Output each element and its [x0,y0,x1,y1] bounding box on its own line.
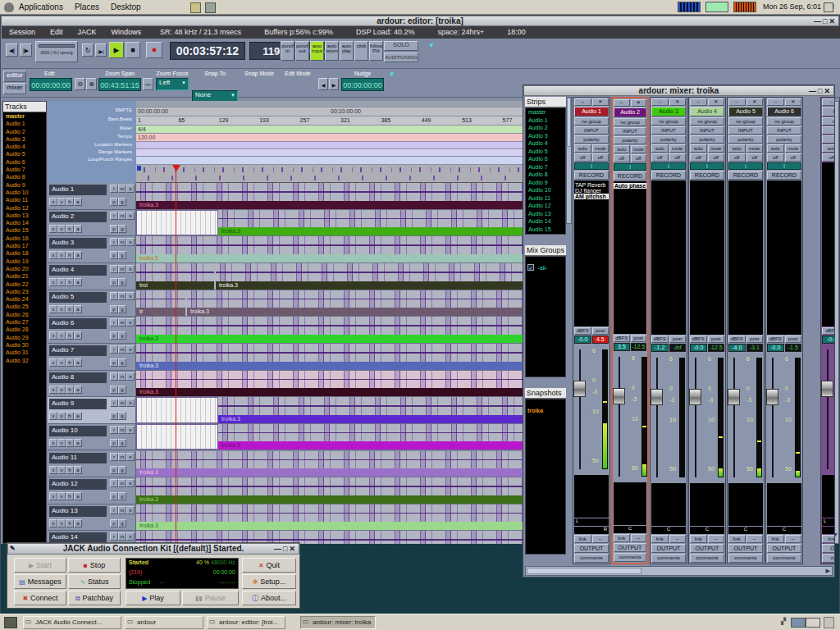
strip-mute-button[interactable]: mute [631,145,647,153]
tracks-list-item[interactable]: Audio 27 [3,318,46,326]
track-name-button[interactable]: Audio 9 [49,399,107,409]
track-name-button[interactable]: Audio 3 [49,238,107,249]
pan-slider[interactable]: R [574,527,609,534]
taskbar-item[interactable]: ardour: mixer: troika [300,616,376,629]
tracks-list-item[interactable]: Audio 9 [3,181,46,189]
audio-region[interactable]: tr [136,290,185,317]
strip-output-button[interactable]: OUTPUT [614,543,646,552]
track-a-button[interactable]: a [74,519,82,527]
strip-name-button[interactable]: master [822,107,834,116]
zoom-in-button[interactable]: ⊕ [86,78,97,90]
track-h-button[interactable]: h [66,278,74,286]
track-m-button[interactable]: m [118,292,126,300]
strip-name-button[interactable]: Audio 3 [651,107,686,116]
strips-list-item[interactable]: Audio 7 [526,163,565,171]
track-header-audio-3[interactable]: Audio 3rmsxvhapg [48,236,136,263]
track-s-button[interactable]: s [126,345,135,354]
track-p-button[interactable]: p [110,331,118,340]
strip-width-button[interactable]: ↔ [728,98,746,106]
track-s-button[interactable]: s [126,185,135,193]
strip-name-button[interactable]: Audio 2 [614,107,646,117]
strip-record-button[interactable]: RECORD [767,171,801,180]
pan-link-button[interactable]: link [651,535,669,543]
toggle-click[interactable]: click [354,41,368,61]
toggle-follow-PH[interactable]: follow PH [369,41,383,61]
track-m-button[interactable]: m [118,212,126,220]
playhead-marker[interactable] [172,165,180,171]
memory-monitor-applet[interactable] [705,2,728,12]
tracks-list-item[interactable]: Audio 24 [3,295,46,303]
window-controls[interactable]: —□✕ [814,17,837,25]
track-a-button[interactable]: a [74,439,82,447]
track-s-button[interactable]: s [126,265,135,273]
strip-post-off-button[interactable]: off [785,153,802,162]
strip-name-button[interactable]: Audio 1 [574,107,609,116]
processor-item[interactable]: Auto phase [614,183,646,189]
track-v-button[interactable]: v [57,412,66,420]
mixer-titlebar[interactable]: ardour: mixer: troika —□✕ [523,85,834,96]
track-h-button[interactable]: h [66,225,74,233]
strip-comments-button[interactable]: comments [574,554,609,563]
processor-box[interactable]: Auto phase [614,181,646,334]
tracks-list-item[interactable]: Audio 11 [3,196,46,203]
strip-name-button[interactable]: Audio 6 [767,107,801,116]
strip-record-button[interactable]: RECORD [574,171,609,180]
track-v-button[interactable]: v [57,358,66,367]
gain-display[interactable]: 3.5 [614,343,630,351]
gain-automation-display[interactable]: | [690,162,724,170]
track-g-button[interactable]: g [118,492,126,500]
show-desktop-icon[interactable] [824,2,833,12]
track-x-button[interactable]: x [49,225,57,233]
strip-polarity-button[interactable]: polarity [574,135,609,144]
strip-record-button[interactable]: RECORD [728,171,763,180]
track-h-button[interactable]: h [66,331,74,340]
track-name-button[interactable]: Audio 11 [49,453,107,463]
strip-hide-button[interactable]: ✕ [746,98,764,106]
strip-hide-button[interactable]: ✕ [669,98,687,106]
strip-solo-button[interactable]: solo [614,145,630,153]
jack-play-button[interactable]: ▶Play [126,591,180,605]
processor-item[interactable]: TAP Reverb [574,182,609,188]
strip-width-button[interactable]: ↔ [767,98,784,106]
track-v-button[interactable]: v [57,198,66,206]
tracks-list-item[interactable]: Audio 20 [3,265,46,272]
strip-mute-button[interactable]: mute [669,144,687,153]
strips-list-item[interactable]: Audio 11 [526,194,565,203]
strip-width-button[interactable]: ↔ [574,98,591,106]
jack-connect-button[interactable]: ✖Connect [14,591,66,605]
fader-handle[interactable] [573,381,586,397]
track-x-button[interactable]: x [49,251,57,259]
track-r-button[interactable]: r [110,399,118,407]
strip-group-button[interactable]: no group [822,117,834,126]
tab-mixer[interactable]: mixer [3,83,26,94]
processor-item[interactable]: AM pitchsh [574,194,609,199]
track-a-button[interactable]: a [74,358,82,367]
nudge-clock[interactable]: 00:00:00:00 [341,78,384,91]
track-p-button[interactable]: p [110,412,118,420]
track-a-button[interactable]: a [74,198,82,206]
pan-automation-button[interactable]: ⇔ [631,534,647,542]
snapshots-header[interactable]: Snapshots [525,388,566,399]
empty-region[interactable] [136,397,218,423]
track-p-button[interactable]: p [110,466,118,474]
meter-post-button[interactable]: post [708,336,725,343]
strip-polarity-button[interactable]: polarity [728,135,763,144]
strip-input-button[interactable]: INPUT [574,126,609,135]
track-g-button[interactable]: g [118,412,126,420]
strip-solo-button[interactable]: solo [728,144,746,153]
track-p-button[interactable]: p [110,439,118,447]
strip-group-button[interactable]: no group [767,117,801,126]
track-header-audio-9[interactable]: Audio 9rmsxvhapg [48,397,136,424]
track-a-button[interactable]: a [74,225,82,233]
tracks-list-item[interactable]: Audio 12 [3,204,46,212]
strips-list-scrollbar[interactable] [566,97,572,224]
edit-clock[interactable]: 00:00:00:00 [30,78,72,91]
pan-automation-button[interactable]: ⇔ [592,535,609,543]
loop-button[interactable]: ↻ [82,43,94,57]
track-g-button[interactable]: g [118,251,126,259]
ruler-label[interactable]: Meter [48,126,135,134]
processor-box[interactable] [767,180,801,335]
strip-input-button[interactable]: INPUT [614,127,646,135]
track-x-button[interactable]: x [49,492,57,500]
strip-hide-button[interactable]: ✕ [631,99,647,107]
